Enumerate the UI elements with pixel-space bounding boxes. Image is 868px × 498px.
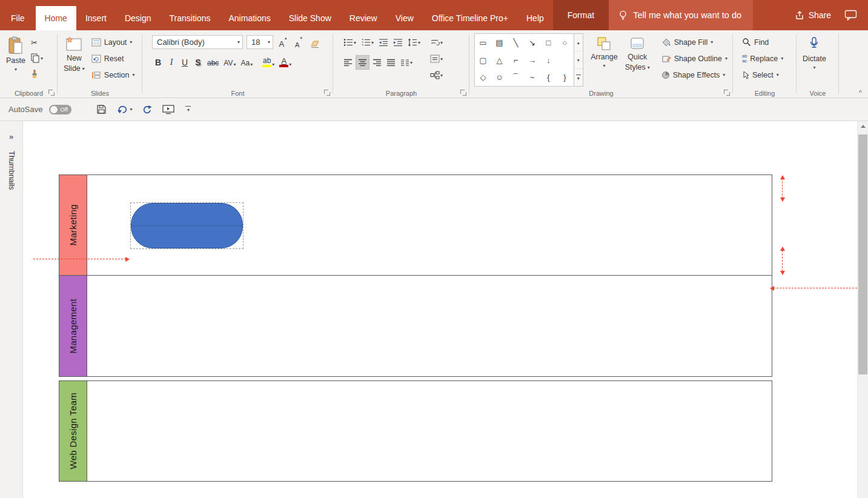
columns-button[interactable]: ▾ bbox=[399, 55, 414, 70]
expand-thumbnails-button[interactable]: » bbox=[9, 132, 13, 141]
swimlane-management[interactable]: Management bbox=[59, 275, 772, 377]
decrease-indent-button[interactable] bbox=[377, 35, 390, 50]
numbering-button[interactable]: ▾ bbox=[359, 35, 376, 50]
copy-button[interactable]: ▾ bbox=[29, 51, 45, 65]
shape-option[interactable]: ▭ bbox=[475, 34, 491, 51]
replace-button[interactable]: abacReplace▾ bbox=[739, 51, 794, 66]
shape-option[interactable]: ↓ bbox=[540, 51, 557, 69]
shape-option[interactable]: → bbox=[524, 51, 540, 69]
decrease-font-size-button[interactable]: A▾ bbox=[293, 35, 305, 49]
shapes-scroll-up-button[interactable]: ▴ bbox=[574, 34, 583, 51]
shapes-more-button[interactable]: ▾ bbox=[574, 69, 583, 86]
format-painter-button[interactable] bbox=[29, 67, 45, 81]
save-button[interactable] bbox=[94, 103, 108, 116]
font-color-button[interactable]: A▾ bbox=[277, 54, 293, 68]
repeat-button[interactable] bbox=[141, 104, 154, 116]
shape-option[interactable]: ▤ bbox=[491, 34, 508, 51]
shape-option[interactable]: ⌒ bbox=[508, 68, 524, 86]
tab-office-timeline[interactable]: Office Timeline Pro+ bbox=[423, 6, 517, 30]
shape-option[interactable]: ○ bbox=[557, 34, 573, 51]
tab-help[interactable]: Help bbox=[517, 6, 553, 30]
section-button[interactable]: Section▾ bbox=[88, 67, 138, 82]
reset-button[interactable]: Reset bbox=[88, 51, 138, 66]
shape-option[interactable]: △ bbox=[491, 51, 508, 69]
shape-option[interactable]: ◇ bbox=[475, 68, 491, 86]
bold-button[interactable]: B bbox=[152, 54, 164, 68]
undo-button[interactable]: ▾ bbox=[115, 104, 134, 116]
align-left-button[interactable] bbox=[342, 55, 354, 70]
find-button[interactable]: Find bbox=[739, 35, 794, 50]
tab-animations[interactable]: Animations bbox=[219, 6, 279, 30]
shape-option[interactable]: ~ bbox=[524, 68, 540, 86]
font-family-select[interactable]: Calibri (Body)▾ bbox=[152, 35, 243, 49]
scroll-up-button[interactable] bbox=[858, 121, 868, 131]
customize-qat-button[interactable]: ▾ bbox=[185, 106, 191, 113]
tab-file[interactable]: File bbox=[0, 6, 36, 30]
shape-option[interactable]: ☺ bbox=[491, 68, 508, 86]
text-direction-button[interactable]: ▾ bbox=[428, 35, 445, 50]
scrollbar-thumb[interactable] bbox=[858, 134, 867, 374]
collapse-ribbon-button[interactable]: ^ bbox=[859, 90, 862, 96]
shape-option[interactable]: ▢ bbox=[475, 51, 491, 69]
shape-option[interactable]: □ bbox=[540, 34, 557, 51]
tab-insert[interactable]: Insert bbox=[76, 6, 116, 30]
italic-button[interactable]: I bbox=[165, 54, 177, 68]
shape-fill-button[interactable]: Shape Fill▾ bbox=[658, 35, 731, 50]
font-dialog-launcher[interactable] bbox=[324, 90, 330, 96]
increase-font-size-button[interactable]: A▴ bbox=[277, 35, 289, 49]
dictate-button[interactable]: Dictate ▾ bbox=[799, 33, 830, 88]
text-shadow-button[interactable]: S bbox=[192, 54, 204, 68]
clipboard-dialog-launcher[interactable] bbox=[48, 90, 55, 96]
swimlane-web-design-team-header[interactable]: Web Design Team bbox=[59, 381, 87, 481]
drawing-dialog-launcher[interactable] bbox=[724, 90, 730, 96]
tab-slide-show[interactable]: Slide Show bbox=[280, 6, 340, 30]
tab-home[interactable]: Home bbox=[36, 6, 76, 30]
cut-button[interactable]: ✂ bbox=[29, 35, 45, 50]
tab-review[interactable]: Review bbox=[340, 6, 386, 30]
shape-option[interactable]: ↘ bbox=[524, 34, 540, 51]
shape-option[interactable]: ╲ bbox=[508, 34, 524, 51]
paragraph-dialog-launcher[interactable] bbox=[460, 90, 466, 96]
strikethrough-button[interactable]: abc bbox=[205, 54, 220, 68]
change-case-button[interactable]: Aa▾ bbox=[239, 54, 255, 68]
bullets-button[interactable]: ▾ bbox=[342, 35, 358, 50]
swimlane-management-header[interactable]: Management bbox=[59, 276, 87, 376]
start-slideshow-button[interactable] bbox=[161, 103, 176, 116]
font-size-select[interactable]: 18▾ bbox=[247, 35, 273, 49]
line-spacing-button[interactable]: ▾ bbox=[406, 35, 422, 50]
shape-option[interactable]: ⌐ bbox=[508, 51, 524, 69]
share-button[interactable]: Share bbox=[785, 0, 841, 30]
align-right-button[interactable] bbox=[371, 55, 383, 70]
shape-effects-button[interactable]: Shape Effects▾ bbox=[658, 67, 731, 82]
new-slide-button[interactable]: New Slide▾ bbox=[60, 33, 88, 88]
shape-option[interactable]: { bbox=[540, 68, 557, 86]
tab-format[interactable]: Format bbox=[553, 0, 609, 30]
tell-me-box[interactable]: Tell me what you want to do bbox=[609, 0, 753, 30]
shape-option[interactable]: } bbox=[557, 68, 573, 86]
swimlane-web-design-team[interactable]: Web Design Team bbox=[59, 380, 772, 482]
autosave-toggle[interactable]: Off bbox=[49, 105, 71, 115]
clear-formatting-button[interactable] bbox=[308, 35, 322, 49]
convert-smartart-button[interactable]: ▾ bbox=[428, 68, 445, 82]
slide-canvas[interactable]: Marketing Management Web Design Team bbox=[23, 121, 857, 498]
tab-design[interactable]: Design bbox=[116, 6, 161, 30]
shape-outline-button[interactable]: Shape Outline▾ bbox=[658, 51, 731, 66]
layout-button[interactable]: Layout▾ bbox=[88, 35, 138, 50]
character-spacing-button[interactable]: AV▾ bbox=[222, 54, 237, 68]
tab-view[interactable]: View bbox=[386, 6, 423, 30]
tab-transitions[interactable]: Transitions bbox=[161, 6, 220, 30]
arrange-button[interactable]: Arrange ▾ bbox=[587, 33, 621, 88]
highlight-color-button[interactable]: ab▾ bbox=[260, 54, 276, 68]
vertical-scrollbar[interactable] bbox=[857, 121, 868, 498]
align-text-button[interactable]: ▾ bbox=[428, 51, 445, 66]
select-button[interactable]: Select▾ bbox=[739, 67, 794, 82]
shapes-scroll-down-button[interactable]: ▾ bbox=[574, 51, 583, 69]
paste-button[interactable]: Paste ▾ bbox=[2, 33, 29, 88]
justify-button[interactable] bbox=[385, 55, 397, 70]
quick-styles-button[interactable]: Quick Styles▾ bbox=[621, 33, 654, 88]
swimlane-marketing-header[interactable]: Marketing bbox=[59, 175, 87, 275]
increase-indent-button[interactable] bbox=[391, 35, 405, 50]
underline-button[interactable]: U bbox=[179, 54, 191, 68]
comments-button[interactable] bbox=[841, 0, 868, 30]
align-center-button[interactable] bbox=[356, 55, 369, 70]
